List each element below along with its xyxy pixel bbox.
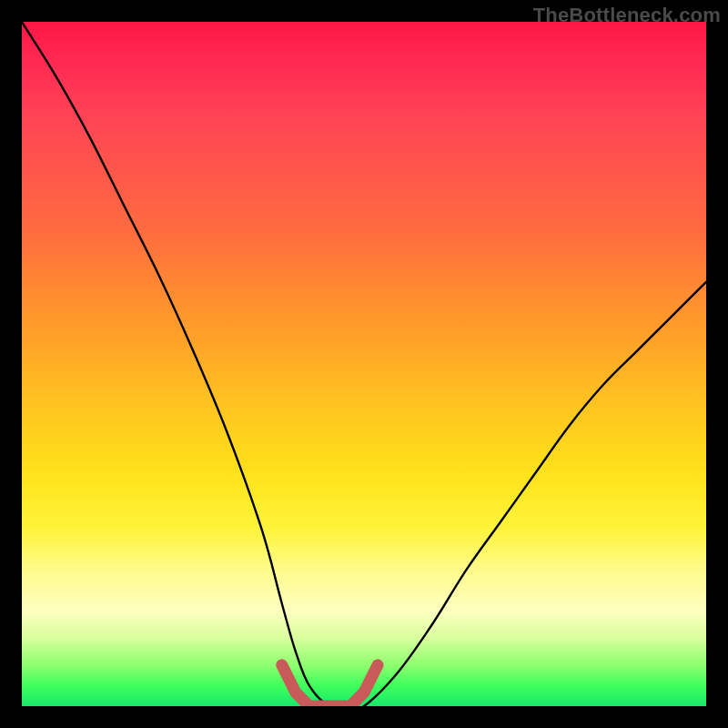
optimal-band-marker	[282, 665, 378, 706]
chart-plot-area	[22, 22, 706, 706]
chart-frame: TheBottleneck.com	[0, 0, 728, 728]
chart-svg	[22, 22, 706, 706]
attribution-watermark: TheBottleneck.com	[533, 4, 721, 27]
bottleneck-curve	[22, 22, 706, 706]
